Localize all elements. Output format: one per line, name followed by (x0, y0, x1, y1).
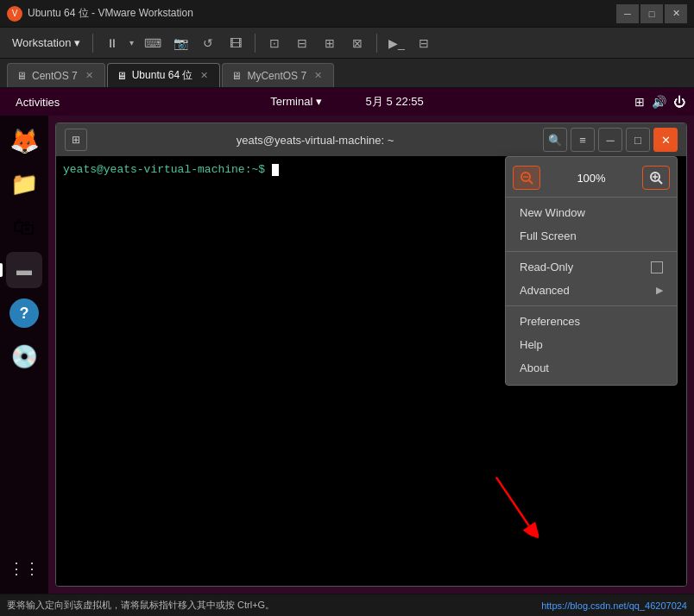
terminal-menu-button[interactable]: ≡ (571, 128, 595, 152)
dvd-icon: 💿 (10, 343, 38, 370)
menu-separator-3 (506, 305, 677, 306)
appstore-icon: 🛍 (13, 214, 35, 241)
menu-separator-1 (506, 197, 677, 198)
revert-button[interactable]: ↺ (196, 31, 220, 55)
tab-mycentos7[interactable]: 🖥 MyCentOS 7 ✕ (222, 63, 334, 87)
read-only-label: Read-Only (520, 261, 573, 273)
terminal-maximize-button[interactable]: □ (626, 128, 650, 152)
close-button[interactable]: ✕ (665, 4, 687, 23)
menu-item-advanced[interactable]: Advanced ▶ (506, 279, 677, 302)
zoom-out-icon (520, 171, 533, 185)
tab-icon: 🖥 (231, 70, 242, 82)
firefox-icon: 🦊 (9, 127, 40, 155)
maximize-button[interactable]: □ (640, 4, 663, 23)
tab-close-ubuntu64[interactable]: ✕ (198, 69, 211, 82)
advanced-label: Advanced (520, 284, 570, 297)
zoom-in-button[interactable] (642, 166, 670, 190)
terminal-search-button[interactable]: 🔍 (543, 128, 567, 152)
zoom-row: 100% (506, 162, 677, 193)
minimize-button[interactable]: ─ (616, 4, 639, 23)
workstation-menu[interactable]: Workstation ▾ (7, 35, 85, 51)
current-app[interactable]: Terminal ▾ (270, 95, 322, 108)
toolbar-separator3 (376, 34, 377, 53)
tab-ubuntu64[interactable]: 🖥 Ubuntu 64 位 ✕ (107, 63, 221, 87)
dock-item-appstore[interactable]: 🛍 (6, 209, 42, 245)
panel-center: Terminal ▾ 5月 5 22:55 (270, 94, 424, 110)
fit3-button[interactable]: ⊞ (318, 31, 342, 55)
terminal-titlebar-right: 🔍 ≡ ─ □ ✕ (543, 128, 678, 152)
apps-grid-icon: ⋮⋮ (9, 559, 40, 578)
tab-close-centos7[interactable]: ✕ (83, 69, 96, 82)
network-icon[interactable]: ⊞ (634, 95, 645, 109)
zoom-in-icon (649, 171, 663, 185)
about-label: About (520, 361, 549, 374)
console-button[interactable]: ▶_ (384, 31, 408, 55)
menu-item-read-only[interactable]: Read-Only (506, 255, 677, 279)
read-only-checkbox[interactable] (651, 261, 663, 273)
terminal-close-button[interactable]: ✕ (653, 128, 678, 152)
panel-right: ⊞ 🔊 ⏻ (634, 95, 685, 109)
svg-line-1 (529, 180, 533, 184)
app-icon: V (7, 6, 22, 22)
view-button[interactable]: ⊟ (412, 31, 436, 55)
menu-item-full-screen[interactable]: Full Screen (506, 224, 677, 248)
fit-button[interactable]: ⊡ (262, 31, 287, 55)
power-icon[interactable]: ⏻ (673, 95, 685, 109)
dock-item-dvd[interactable]: 💿 (6, 338, 42, 374)
pause-dropdown[interactable]: ▾ (125, 31, 137, 55)
dock-item-help[interactable]: ? (6, 295, 42, 331)
toolbar-separator (92, 34, 93, 53)
menu-item-help[interactable]: Help (506, 333, 677, 356)
tab-label: Ubuntu 64 位 (132, 68, 193, 83)
tab-icon: 🖥 (117, 70, 127, 82)
window-title: Ubuntu 64 位 - VMware Workstation (28, 6, 616, 21)
menu-item-about[interactable]: About (506, 356, 677, 380)
volume-icon[interactable]: 🔊 (652, 95, 666, 109)
dock-item-apps[interactable]: ⋮⋮ (6, 550, 42, 587)
datetime: 5月 5 22:55 (366, 95, 424, 108)
tab-label: CentOS 7 (32, 70, 78, 82)
terminal-titlebar: ⊞ yeats@yeats-virtual-machine: ~ 🔍 ≡ ─ □… (56, 123, 686, 156)
dock-item-files[interactable]: 📁 (6, 166, 42, 202)
zoom-out-button[interactable] (513, 166, 540, 190)
workstation-label: Workstation (12, 36, 71, 49)
tab-centos7[interactable]: 🖥 CentOS 7 ✕ (7, 63, 105, 87)
snapshot2-button[interactable]: 🎞 (224, 31, 248, 55)
terminal-dropdown-menu: 100% New Window Full Scre (505, 156, 678, 386)
status-right: https://blog.csdn.net/qq_46207024 (541, 600, 687, 611)
window-controls: ─ □ ✕ (616, 4, 687, 23)
terminal-prompt: yeats@yeats-virtual-machine:~$ (63, 163, 272, 176)
preferences-label: Preferences (520, 315, 580, 328)
tab-label: MyCentOS 7 (247, 70, 306, 82)
terminal-icon: ▬ (16, 261, 32, 280)
menu-separator-2 (506, 251, 677, 252)
full-screen-label: Full Screen (520, 229, 577, 242)
status-bar: 要将输入定向到该虚拟机，请将鼠标指针移入其中或按 Ctrl+G。 https:/… (0, 594, 694, 616)
menu-item-preferences[interactable]: Preferences (506, 310, 677, 333)
ubuntu-desktop: Activities Terminal ▾ 5月 5 22:55 ⊞ 🔊 ⏻ 🦊… (0, 88, 694, 594)
new-window-label: New Window (520, 206, 585, 219)
menu-item-new-window[interactable]: New Window (506, 201, 677, 224)
terminal-minimize-button[interactable]: ─ (598, 128, 622, 152)
fit4-button[interactable]: ⊠ (345, 31, 369, 55)
power-controls: ⏸ ▾ (100, 31, 137, 55)
svg-line-4 (659, 180, 662, 184)
snapshot-button[interactable]: 📷 (168, 31, 192, 55)
activities-button[interactable]: Activities (9, 96, 66, 109)
terminal-nav-button[interactable]: ⊞ (65, 129, 87, 151)
files-icon: 📁 (10, 171, 38, 198)
dock-item-terminal[interactable]: ▬ (6, 252, 42, 288)
terminal-window: ⊞ yeats@yeats-virtual-machine: ~ 🔍 ≡ ─ □… (55, 123, 687, 587)
terminal-cursor (272, 164, 279, 176)
fit2-button[interactable]: ⊟ (290, 31, 314, 55)
tab-icon: 🖥 (16, 70, 27, 82)
dock-item-firefox[interactable]: 🦊 (6, 123, 42, 159)
title-bar: V Ubuntu 64 位 - VMware Workstation ─ □ ✕ (0, 0, 694, 28)
terminal-title: yeats@yeats-virtual-machine: ~ (94, 134, 536, 147)
ubuntu-panel: Activities Terminal ▾ 5月 5 22:55 ⊞ 🔊 ⏻ (0, 88, 694, 116)
ubuntu-dock: 🦊 📁 🛍 ▬ ? 💿 ⋮⋮ (0, 116, 48, 594)
pause-button[interactable]: ⏸ (100, 31, 124, 55)
send-keys-button[interactable]: ⌨ (141, 31, 165, 55)
tab-close-mycentos7[interactable]: ✕ (312, 69, 325, 82)
vmware-toolbar: Workstation ▾ ⏸ ▾ ⌨ 📷 ↺ 🎞 ⊡ ⊟ ⊞ ⊠ ▶_ ⊟ (0, 28, 694, 59)
